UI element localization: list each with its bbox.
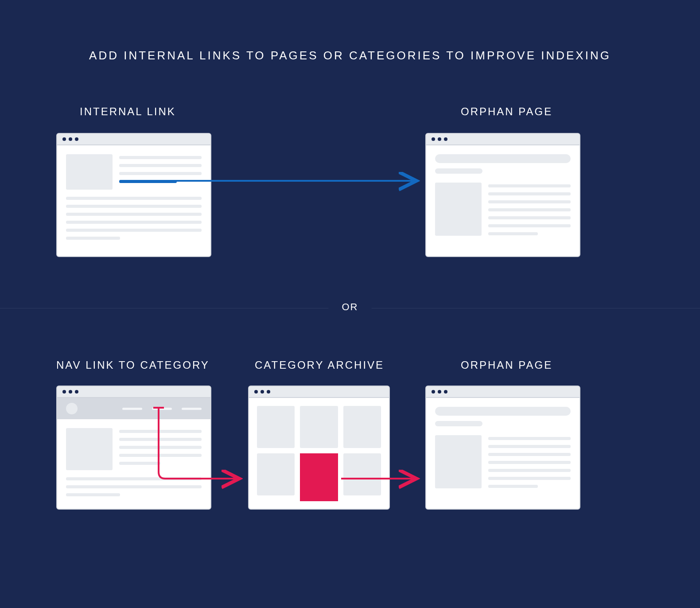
browser-titlebar: [57, 386, 210, 398]
wireframe-line: [66, 493, 120, 496]
wireframe-line: [119, 462, 160, 465]
wireframe-line: [488, 445, 571, 448]
nav-logo: [66, 403, 78, 414]
browser-content: [249, 398, 389, 509]
browser-orphan-page-top: [425, 133, 580, 257]
window-dot-icon: [254, 390, 258, 394]
browser-titlebar: [426, 134, 579, 145]
wireframe-line: [66, 221, 202, 224]
label-orphan-page-bottom: ORPHAN PAGE: [461, 359, 552, 371]
wireframe-line: [119, 156, 202, 159]
wireframe-line: [66, 229, 202, 232]
wireframe-line: [119, 438, 202, 441]
wireframe-line: [488, 192, 571, 195]
browser-titlebar: [426, 386, 579, 398]
wireframe-line: [119, 430, 202, 433]
diagram-title: ADD INTERNAL LINKS TO PAGES OR CATEGORIE…: [0, 49, 700, 62]
wireframe-line: [66, 213, 202, 216]
label-category-archive: CATEGORY ARCHIVE: [255, 359, 384, 371]
wireframe-line: [488, 200, 571, 203]
browser-content: [57, 398, 210, 505]
window-dot-icon: [432, 390, 435, 394]
window-dot-icon: [75, 137, 78, 141]
wireframe-subtitle: [435, 168, 482, 174]
wireframe-line: [488, 232, 538, 235]
window-dot-icon: [69, 137, 72, 141]
nav-item: [182, 408, 202, 410]
window-dot-icon: [62, 390, 66, 394]
wireframe-line: [119, 164, 202, 167]
grid-item: [343, 406, 381, 448]
nav-item: [152, 408, 172, 410]
wireframe-title: [435, 407, 571, 416]
browser-content: [57, 145, 210, 249]
grid-item: [300, 406, 338, 448]
wireframe-line: [488, 485, 538, 488]
wireframe-subtitle: [435, 421, 482, 426]
label-internal-link: INTERNAL LINK: [80, 105, 176, 118]
browser-nav-link: [56, 386, 211, 510]
label-orphan-page-top: ORPHAN PAGE: [461, 105, 552, 118]
internal-link-highlight: [119, 180, 177, 183]
wireframe-image: [66, 428, 113, 470]
wireframe-image: [66, 154, 113, 190]
wireframe-line: [488, 469, 571, 472]
wireframe-line: [488, 461, 571, 464]
grid-item: [343, 453, 381, 495]
grid-item: [257, 406, 295, 448]
window-dot-icon: [432, 137, 435, 141]
browser-content: [426, 398, 579, 497]
window-dot-icon: [75, 390, 78, 394]
nav-bar: [57, 398, 210, 419]
wireframe-line: [488, 184, 571, 187]
window-dot-icon: [438, 137, 441, 141]
or-separator: OR: [329, 301, 372, 313]
wireframe-line: [488, 477, 571, 480]
wireframe-line: [66, 197, 202, 200]
wireframe-line: [119, 172, 202, 175]
wireframe-title: [435, 154, 571, 163]
wireframe-line: [119, 454, 202, 457]
wireframe-image: [435, 183, 482, 236]
nav-item: [122, 408, 142, 410]
wireframe-line: [488, 437, 571, 440]
grid-item-highlighted: [300, 453, 338, 501]
window-dot-icon: [438, 390, 441, 394]
wireframe-line: [66, 477, 202, 480]
wireframe-line: [66, 205, 202, 208]
wireframe-line: [488, 224, 571, 227]
browser-content: [426, 145, 579, 245]
window-dot-icon: [69, 390, 72, 394]
grid-item: [257, 453, 295, 495]
window-dot-icon: [267, 390, 270, 394]
label-nav-link: NAV LINK TO CATEGORY: [56, 359, 210, 371]
browser-category-archive: [248, 386, 390, 510]
window-dot-icon: [261, 390, 264, 394]
wireframe-line: [488, 453, 571, 456]
wireframe-line: [66, 485, 202, 488]
wireframe-image: [435, 435, 482, 488]
wireframe-line: [119, 446, 202, 449]
wireframe-line: [488, 216, 571, 219]
browser-orphan-page-bottom: [425, 386, 580, 510]
browser-internal-link: [56, 133, 211, 257]
wireframe-line: [66, 237, 120, 240]
browser-titlebar: [57, 134, 210, 145]
browser-titlebar: [249, 386, 389, 398]
wireframe-line: [488, 208, 571, 211]
window-dot-icon: [444, 137, 447, 141]
window-dot-icon: [62, 137, 66, 141]
window-dot-icon: [444, 390, 447, 394]
